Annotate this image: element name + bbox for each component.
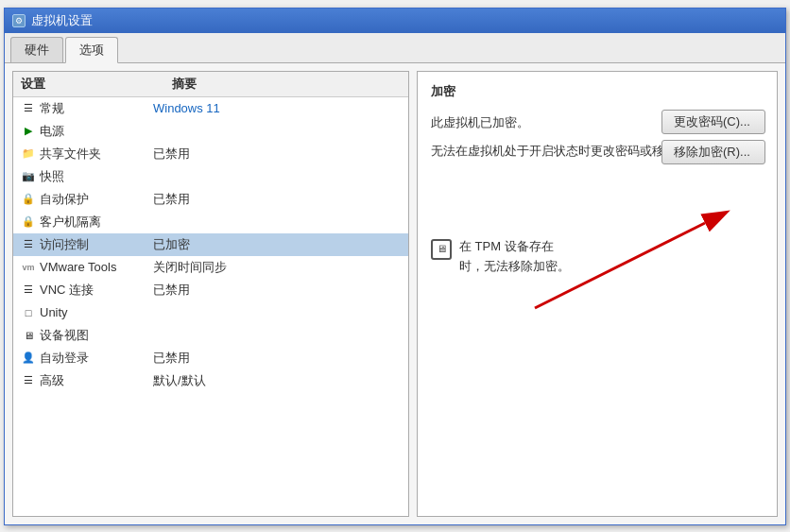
guest-isolation-icon: 🔒 [21, 215, 36, 230]
autologin-value: 已禁用 [153, 350, 401, 367]
autologin-label: 自动登录 [40, 350, 153, 367]
general-label: 常规 [40, 100, 153, 117]
autoprotect-icon: 🔒 [21, 192, 36, 207]
power-label: 电源 [40, 123, 153, 140]
guest-isolation-label: 客户机隔离 [40, 214, 153, 231]
advanced-icon: ☰ [21, 373, 36, 388]
tabs-bar: 硬件 选项 [5, 33, 785, 63]
list-item-autoprotect[interactable]: 🔒 自动保护 已禁用 [13, 188, 408, 211]
list-item-shared-folders[interactable]: 📁 共享文件夹 已禁用 [13, 143, 408, 165]
list-item-access-control[interactable]: ☰ 访问控制 已加密 [13, 233, 408, 256]
buttons-row: 更改密码(C)... 移除加密(R)... [661, 110, 765, 164]
title-bar-icon: ⚙ [12, 14, 26, 27]
general-value: Windows 11 [153, 101, 401, 115]
list-item-general[interactable]: ☰ 常规 Windows 11 [13, 97, 408, 120]
vnc-icon: ☰ [21, 283, 36, 298]
shared-folders-label: 共享文件夹 [40, 146, 153, 163]
device-view-icon: 🖥 [21, 328, 36, 343]
list-item-snapshot[interactable]: 📷 快照 [13, 165, 408, 188]
red-arrow [507, 199, 743, 322]
autoprotect-label: 自动保护 [40, 191, 153, 208]
list-header-summary: 摘要 [172, 76, 401, 93]
list-item-advanced[interactable]: ☰ 高级 默认/默认 [13, 369, 408, 392]
tab-options[interactable]: 选项 [65, 37, 118, 63]
autologin-icon: 👤 [21, 351, 36, 366]
power-icon: ▶ [21, 124, 36, 139]
content-area: 设置 摘要 ☰ 常规 Windows 11 ▶ 电源 📁 共享文件夹 已禁用 [5, 63, 785, 524]
access-control-label: 访问控制 [40, 236, 153, 253]
list-item-vmware-tools[interactable]: vm VMware Tools 关闭时间同步 [13, 256, 408, 279]
svg-line-1 [535, 223, 705, 308]
access-control-value: 已加密 [153, 236, 401, 253]
vmware-tools-value: 关闭时间同步 [153, 259, 401, 276]
vnc-value: 已禁用 [153, 282, 401, 299]
title-bar: ⚙ 虚拟机设置 [5, 9, 785, 33]
tab-hardware[interactable]: 硬件 [10, 37, 63, 62]
unity-label: Unity [40, 305, 153, 319]
list-item-unity[interactable]: □ Unity [13, 301, 408, 324]
tpm-section: 🖥 在 TPM 设备存在时，无法移除加密。 [431, 209, 764, 277]
shared-folders-value: 已禁用 [153, 146, 401, 163]
unity-icon: □ [21, 305, 36, 320]
right-panel: 加密 此虚拟机已加密。 无法在虚拟机处于开启状态时更改密码或移除加密。 更改密码… [417, 71, 778, 517]
main-window: ⚙ 虚拟机设置 硬件 选项 设置 摘要 ☰ 常规 Windows 11 ▶ 电源 [4, 8, 786, 525]
shared-folders-icon: 📁 [21, 146, 36, 162]
vmware-tools-icon: vm [21, 260, 36, 275]
vmware-tools-label: VMware Tools [40, 260, 153, 274]
advanced-label: 高级 [40, 372, 153, 389]
title-bar-title: 虚拟机设置 [31, 12, 93, 29]
snapshot-icon: 📷 [21, 169, 36, 184]
general-icon: ☰ [21, 101, 36, 116]
list-item-power[interactable]: ▶ 电源 [13, 120, 408, 143]
tpm-icon: 🖥 [431, 239, 452, 260]
list-header: 设置 摘要 [13, 72, 408, 97]
list-item-autologin[interactable]: 👤 自动登录 已禁用 [13, 347, 408, 369]
autoprotect-value: 已禁用 [153, 191, 401, 208]
list-item-vnc[interactable]: ☰ VNC 连接 已禁用 [13, 279, 408, 301]
snapshot-label: 快照 [40, 168, 153, 185]
remove-encryption-button[interactable]: 移除加密(R)... [661, 140, 765, 164]
list-item-guest-isolation[interactable]: 🔒 客户机隔离 [13, 211, 408, 233]
change-password-button[interactable]: 更改密码(C)... [661, 110, 765, 134]
list-item-device-view[interactable]: 🖥 设备视图 [13, 324, 408, 347]
access-control-icon: ☰ [21, 237, 36, 252]
list-header-setting: 设置 [21, 76, 172, 93]
section-title: 加密 [431, 83, 764, 100]
vnc-label: VNC 连接 [40, 282, 153, 299]
device-view-label: 设备视图 [40, 327, 153, 344]
advanced-value: 默认/默认 [153, 372, 401, 389]
left-panel: 设置 摘要 ☰ 常规 Windows 11 ▶ 电源 📁 共享文件夹 已禁用 [12, 71, 409, 517]
